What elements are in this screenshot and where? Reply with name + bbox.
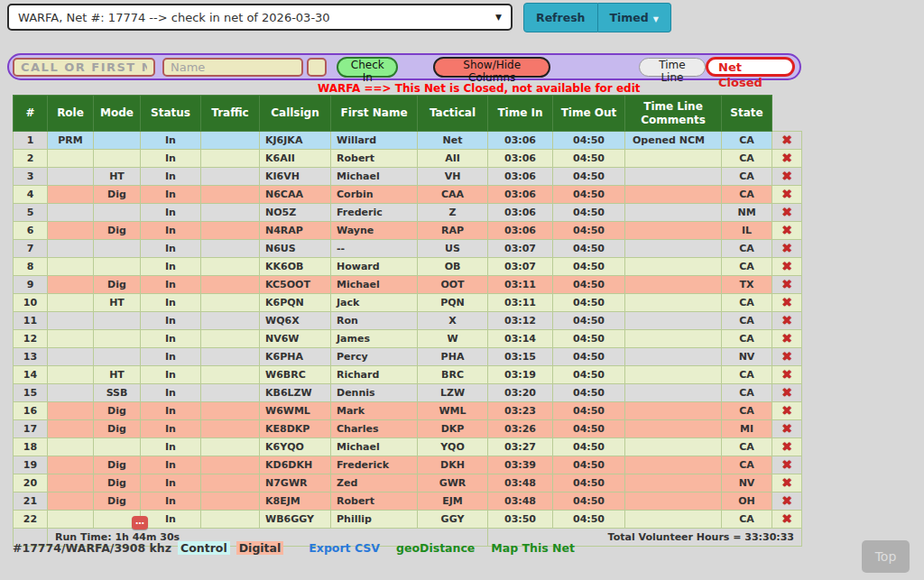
cell-role (48, 240, 94, 258)
cell-mode: SSB (94, 384, 141, 402)
time-line-button[interactable]: Time Line (639, 58, 706, 77)
short-input[interactable] (307, 58, 327, 77)
column-header: Time Line Comments (625, 96, 722, 132)
delete-row-icon[interactable]: ✖ (781, 133, 792, 147)
cell-callsign: KI6VH (260, 168, 331, 186)
export-csv-link[interactable]: Export CSV (309, 541, 380, 555)
cell-state: CA (722, 240, 772, 258)
table-row: 5InNO5ZFredericZ03:0604:50NM✖ (14, 204, 802, 222)
cell-comments (625, 168, 722, 186)
delete-row-icon[interactable]: ✖ (781, 349, 792, 364)
cell-tactical: Z (418, 204, 488, 222)
delete-row-icon[interactable]: ✖ (781, 223, 792, 237)
cell-num: 3 (14, 168, 48, 186)
delete-row-icon[interactable]: ✖ (781, 169, 792, 183)
cell-time-out: 04:50 (553, 168, 625, 186)
delete-row-icon[interactable]: ✖ (781, 187, 792, 201)
cell-mode (94, 330, 141, 348)
cell-mode: Dig (94, 474, 141, 493)
table-row: 10HTInK6PQNJackPQN03:1104:50CA✖ (14, 294, 802, 312)
cell-num: 11 (14, 312, 48, 330)
digital-link[interactable]: Digital (236, 541, 284, 555)
delete-row-icon[interactable]: ✖ (781, 475, 792, 490)
net-closed-badge: Net Closed (706, 57, 795, 77)
delete-row-icon[interactable]: ✖ (781, 385, 792, 400)
delete-row-icon[interactable]: ✖ (781, 241, 792, 255)
delete-row-icon[interactable]: ✖ (781, 205, 792, 219)
cell-time-in: 03:15 (488, 348, 553, 366)
cell-status: In (141, 168, 201, 186)
delete-row-icon[interactable]: ✖ (781, 421, 792, 436)
delete-row-icon[interactable]: ✖ (781, 277, 792, 291)
net-select-dropdown[interactable]: WARFA, Net #: 17774 --> check in net of … (7, 4, 513, 31)
delete-row-icon[interactable]: ✖ (781, 259, 792, 273)
cell-state: MI (722, 420, 772, 438)
delete-row-icon[interactable]: ✖ (781, 151, 792, 165)
delete-row-icon[interactable]: ✖ (781, 403, 792, 418)
column-header: First Name (331, 96, 418, 132)
timed-button[interactable]: Timed▼ (598, 3, 671, 32)
cell-first-name: Mark (331, 402, 418, 420)
call-or-name-input[interactable] (13, 58, 155, 77)
cell-traffic (201, 132, 260, 150)
cell-time-in: 03:12 (488, 312, 553, 330)
delete-row-icon[interactable]: ✖ (781, 367, 792, 382)
cell-callsign: N6CAA (260, 186, 331, 204)
cell-role (48, 348, 94, 366)
cell-role (48, 438, 94, 456)
cell-state: CA (722, 511, 772, 529)
cell-role (48, 276, 94, 294)
cell-num: 10 (14, 294, 48, 312)
cell-state: TX (722, 276, 772, 294)
delete-row-icon[interactable]: ✖ (781, 493, 792, 508)
cell-time-in: 03:11 (488, 276, 553, 294)
comment-bubble-icon[interactable]: … (132, 516, 148, 529)
cell-state: CA (722, 294, 772, 312)
table-row: 3HTInKI6VHMichaelVH03:0604:50CA✖ (14, 168, 802, 186)
cell-tactical: LZW (418, 384, 488, 402)
cell-time-in: 03:14 (488, 330, 553, 348)
cell-tactical: PQN (418, 294, 488, 312)
delete-cell: ✖ (772, 258, 802, 276)
delete-row-icon[interactable]: ✖ (781, 439, 792, 454)
cell-traffic (201, 420, 260, 438)
delete-cell: ✖ (772, 240, 802, 258)
cell-mode: Dig (94, 420, 141, 438)
cell-tactical: GWR (418, 474, 488, 493)
cell-time-out: 04:50 (553, 366, 625, 384)
check-in-button[interactable]: Check In (337, 57, 398, 78)
delete-row-icon[interactable]: ✖ (781, 331, 792, 345)
map-this-net-link[interactable]: Map This Net (491, 541, 575, 555)
control-link[interactable]: Control (178, 541, 230, 555)
geodistance-link[interactable]: geoDistance (396, 541, 475, 555)
delete-row-icon[interactable]: ✖ (781, 457, 792, 472)
name-input[interactable] (162, 58, 303, 77)
top-button[interactable]: Top (862, 540, 910, 573)
refresh-button[interactable]: Refresh (523, 3, 598, 32)
delete-row-icon[interactable]: ✖ (781, 511, 792, 526)
cell-mode (94, 240, 141, 258)
cell-num: 15 (14, 384, 48, 402)
cell-time-out: 04:50 (553, 222, 625, 240)
cell-time-in: 03:06 (488, 222, 553, 240)
cell-tactical: GGY (418, 511, 488, 529)
cell-state: CA (722, 132, 772, 150)
cell-time-in: 03:06 (488, 132, 553, 150)
cell-mode (94, 438, 141, 456)
cell-status: In (141, 132, 201, 150)
cell-tactical: YQO (418, 438, 488, 456)
delete-row-icon[interactable]: ✖ (781, 295, 792, 309)
table-row: 1PRMInKJ6JKAWillardNet03:0604:50Opened N… (14, 132, 802, 150)
cell-time-out: 04:50 (553, 150, 625, 168)
cell-role (48, 330, 94, 348)
delete-row-icon[interactable]: ✖ (781, 313, 792, 327)
cell-first-name: Michael (331, 438, 418, 456)
cell-mode: Dig (94, 222, 141, 240)
cell-time-in: 03:48 (488, 493, 553, 511)
column-header: State (722, 96, 772, 132)
cell-first-name: Richard (331, 366, 418, 384)
delete-cell: ✖ (772, 168, 802, 186)
show-hide-columns-button[interactable]: Show/Hide Columns (433, 57, 550, 78)
page: WARFA, Net #: 17774 --> check in net of … (0, 0, 924, 580)
cell-traffic (201, 366, 260, 384)
